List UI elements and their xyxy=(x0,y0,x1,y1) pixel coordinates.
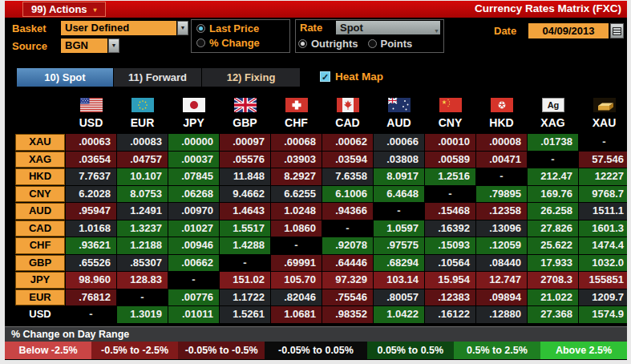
heatmap-toggle[interactable]: ✓ Heat Map xyxy=(320,71,383,83)
cell-usd-jpy[interactable]: .01011 xyxy=(168,306,219,323)
cell-chf-xag[interactable]: 25.622 xyxy=(528,237,578,254)
cell-hkd-xau[interactable]: 12227 xyxy=(579,168,627,185)
cell-jpy-eur[interactable]: 128.83 xyxy=(117,272,168,289)
cell-eur-hkd[interactable]: .09894 xyxy=(476,289,527,306)
basket-select-caret-icon[interactable]: ▼ xyxy=(177,21,188,35)
cell-xau-gbp[interactable]: .00097 xyxy=(220,134,270,151)
cell-eur-eur[interactable]: - xyxy=(117,289,168,306)
cell-aud-aud[interactable]: - xyxy=(374,203,424,220)
cell-xag-jpy[interactable]: .00037 xyxy=(168,152,219,168)
cell-jpy-xau[interactable]: 155851 xyxy=(579,272,627,289)
row-label-hkd[interactable]: HKD xyxy=(15,168,65,185)
cell-xag-xag[interactable]: - xyxy=(528,152,578,168)
rate-mode-radio-icon[interactable] xyxy=(368,39,377,48)
row-label-cny[interactable]: CNY xyxy=(15,186,65,203)
cell-usd-cny[interactable]: .16122 xyxy=(425,306,475,323)
cell-xag-cny[interactable]: .00589 xyxy=(425,152,475,168)
price-mode-option-last-price[interactable]: Last Price xyxy=(196,22,259,34)
rate-mode-radio-icon[interactable] xyxy=(298,39,307,48)
cell-hkd-usd[interactable]: 7.7637 xyxy=(66,168,116,185)
cell-cny-usd[interactable]: 6.2028 xyxy=(66,186,116,203)
cell-cny-jpy[interactable]: .06268 xyxy=(168,186,219,203)
row-label-cad[interactable]: CAD xyxy=(15,220,65,237)
cell-aud-cny[interactable]: .15468 xyxy=(425,203,475,220)
cell-usd-gbp[interactable]: 1.5261 xyxy=(220,306,270,323)
cell-cad-eur[interactable]: 1.3237 xyxy=(117,220,168,237)
cell-xau-jpy[interactable]: .00000 xyxy=(168,134,219,151)
basket-select[interactable]: User Defined xyxy=(61,21,176,35)
cell-jpy-jpy[interactable]: - xyxy=(168,272,219,289)
row-label-jpy[interactable]: JPY xyxy=(15,272,65,289)
cell-cny-gbp[interactable]: 9.4662 xyxy=(220,186,270,203)
cell-cad-gbp[interactable]: 1.5517 xyxy=(220,220,270,237)
cell-aud-hkd[interactable]: .12358 xyxy=(476,203,527,220)
cell-chf-cny[interactable]: .15093 xyxy=(425,237,475,254)
cell-hkd-cny[interactable]: 1.2516 xyxy=(425,168,475,185)
cell-usd-usd[interactable]: - xyxy=(66,306,116,323)
cell-cad-hkd[interactable]: .13096 xyxy=(476,220,527,237)
rate-mode-option-points[interactable]: Points xyxy=(368,38,413,50)
cell-xag-aud[interactable]: .03808 xyxy=(374,152,424,168)
cell-xag-gbp[interactable]: .05576 xyxy=(220,152,270,168)
cell-usd-xag[interactable]: 27.368 xyxy=(528,306,578,323)
cell-eur-xau[interactable]: 1209.7 xyxy=(579,289,627,306)
cell-chf-hkd[interactable]: .12059 xyxy=(476,237,527,254)
cell-chf-cad[interactable]: .92078 xyxy=(322,237,373,254)
cell-cny-xag[interactable]: 169.76 xyxy=(528,186,578,203)
cell-hkd-aud[interactable]: 8.0917 xyxy=(374,168,424,185)
cell-chf-usd[interactable]: .93621 xyxy=(66,237,116,254)
cell-usd-aud[interactable]: 1.0422 xyxy=(374,306,424,323)
cell-xag-eur[interactable]: .04757 xyxy=(117,152,168,168)
tab-12-fixing[interactable]: 12) Fixing xyxy=(202,68,300,87)
cell-cad-jpy[interactable]: .01027 xyxy=(168,220,219,237)
cell-xau-aud[interactable]: .00066 xyxy=(374,134,424,151)
cell-eur-chf[interactable]: .82046 xyxy=(271,289,322,306)
cell-chf-chf[interactable]: - xyxy=(271,237,322,254)
cell-cad-aud[interactable]: 1.0597 xyxy=(374,220,424,237)
cell-xau-chf[interactable]: .00068 xyxy=(271,134,322,151)
cell-xau-xau[interactable]: - xyxy=(579,134,627,151)
cell-eur-aud[interactable]: .80057 xyxy=(374,289,424,306)
cell-xag-hkd[interactable]: .00471 xyxy=(476,152,527,168)
cell-cad-chf[interactable]: 1.0860 xyxy=(271,220,322,237)
cell-cny-chf[interactable]: 6.6255 xyxy=(271,186,322,203)
cell-gbp-hkd[interactable]: .08440 xyxy=(476,255,527,272)
cell-xau-hkd[interactable]: .00008 xyxy=(476,134,527,151)
cell-eur-jpy[interactable]: .00776 xyxy=(168,289,219,306)
cell-gbp-aud[interactable]: .68294 xyxy=(374,255,424,272)
cell-cad-xag[interactable]: 27.826 xyxy=(528,220,578,237)
row-label-chf[interactable]: CHF xyxy=(15,237,65,254)
cell-jpy-usd[interactable]: 98.960 xyxy=(66,272,116,289)
cell-chf-gbp[interactable]: 1.4288 xyxy=(220,237,270,254)
cell-chf-aud[interactable]: .97575 xyxy=(374,237,424,254)
cell-hkd-chf[interactable]: 8.2927 xyxy=(271,168,322,185)
cell-xag-xau[interactable]: 57.546 xyxy=(579,152,627,168)
tab-10-spot[interactable]: 10) Spot xyxy=(17,68,113,87)
cell-aud-jpy[interactable]: .00970 xyxy=(168,203,219,220)
cell-usd-chf[interactable]: 1.0681 xyxy=(271,306,322,323)
actions-menu-button[interactable]: 99) Actions▾ xyxy=(22,2,106,17)
row-label-xag[interactable]: XAG xyxy=(15,152,65,168)
cell-gbp-cny[interactable]: .10564 xyxy=(425,255,475,272)
cell-aud-chf[interactable]: 1.0248 xyxy=(271,203,322,220)
cell-xau-eur[interactable]: .00083 xyxy=(117,134,168,151)
cell-chf-jpy[interactable]: .00946 xyxy=(168,237,219,254)
cell-gbp-eur[interactable]: .85307 xyxy=(117,255,168,272)
cell-cny-cad[interactable]: 6.1006 xyxy=(322,186,373,203)
cell-jpy-chf[interactable]: 105.70 xyxy=(271,272,322,289)
cell-gbp-chf[interactable]: .69991 xyxy=(271,255,322,272)
cell-jpy-aud[interactable]: 103.14 xyxy=(374,272,424,289)
cell-eur-usd[interactable]: .76812 xyxy=(66,289,116,306)
rate-mode-option-outrights[interactable]: Outrights xyxy=(298,38,358,50)
cell-gbp-cad[interactable]: .64446 xyxy=(322,255,373,272)
cell-xag-chf[interactable]: .03903 xyxy=(271,152,322,168)
cell-gbp-xau[interactable]: 1032.0 xyxy=(579,255,627,272)
cell-jpy-cad[interactable]: 97.329 xyxy=(322,272,373,289)
heatmap-checkbox-icon[interactable]: ✓ xyxy=(320,71,330,82)
cell-aud-eur[interactable]: 1.2491 xyxy=(117,203,168,220)
cell-cny-aud[interactable]: 6.4648 xyxy=(374,186,424,203)
cell-aud-cad[interactable]: .94366 xyxy=(322,203,373,220)
cell-cad-xau[interactable]: 1601.3 xyxy=(579,220,627,237)
cell-usd-eur[interactable]: 1.3019 xyxy=(117,306,168,323)
cell-eur-xag[interactable]: 21.022 xyxy=(528,289,578,306)
